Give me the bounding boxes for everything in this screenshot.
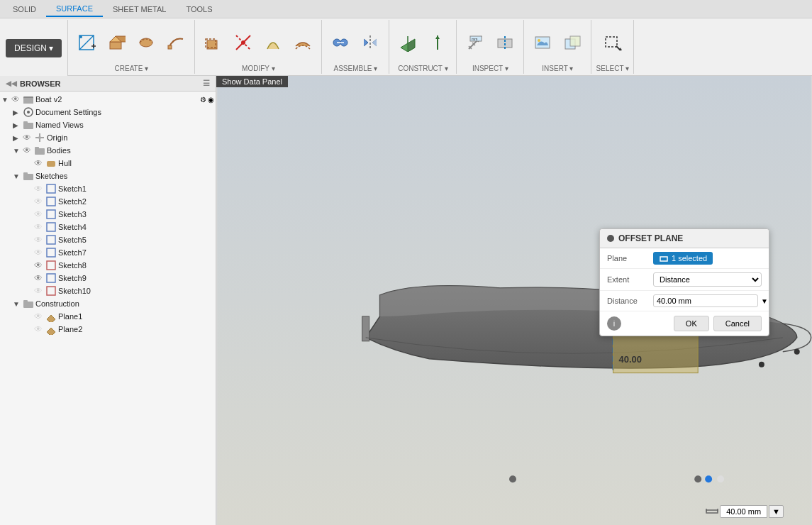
tab-solid[interactable]: SOLID: [3, 2, 46, 16]
tree-item-sketch1[interactable]: ▶👁Sketch1: [0, 182, 216, 195]
extent-control: Distance Symmetric Two Sides: [653, 272, 762, 287]
tree-arrow-named-views[interactable]: ▶: [13, 121, 23, 129]
sketch-icon-5: [45, 234, 57, 245]
svg-rect-47: [35, 148, 45, 155]
tree-item-boat-v2[interactable]: ▼ 👁 Boat v2 ⚙ ◉: [0, 93, 216, 106]
tree-item-sketch8[interactable]: ▶👁Sketch8: [0, 259, 216, 272]
construct-label[interactable]: CONSTRUCT ▾: [398, 63, 447, 72]
tree-arrow-boat-v2[interactable]: ▼: [1, 96, 11, 104]
eye-icon-sketch7[interactable]: 👁: [34, 248, 44, 258]
distance-dropdown-icon[interactable]: ▼: [761, 297, 768, 305]
eye-icon-sketch9[interactable]: 👁: [34, 273, 44, 283]
tree-item-doc-settings[interactable]: ▶ Document Settings: [0, 106, 216, 118]
eye-icon-sketch1[interactable]: 👁: [34, 184, 44, 194]
tree-item-plane2[interactable]: ▶👁Plane2: [0, 323, 216, 336]
tree-arrow-construction[interactable]: ▼: [13, 300, 23, 308]
tab-surface[interactable]: SURFACE: [46, 1, 103, 17]
assemble-label[interactable]: ASSEMBLE ▾: [333, 63, 377, 72]
select-label[interactable]: SELECT ▾: [596, 63, 630, 72]
eye-icon-boat-v2[interactable]: 👁: [11, 94, 21, 104]
show-data-panel-button[interactable]: Show Data Panel: [216, 76, 288, 87]
ribbon-group-inspect: mm INSPECT ▾: [457, 20, 524, 74]
label-named-views: Named Views: [35, 121, 214, 129]
plane-clear-button[interactable]: ✕: [716, 253, 723, 263]
create-label[interactable]: CREATE ▾: [115, 63, 149, 72]
eye-icon-plane2[interactable]: 👁: [34, 324, 44, 334]
tree-item-construction[interactable]: ▼ Construction: [0, 297, 216, 310]
svg-point-2: [79, 35, 82, 38]
tree-item-sketch3[interactable]: ▶👁Sketch3: [0, 208, 216, 221]
distance-input[interactable]: 40.00 mm: [653, 294, 758, 307]
construct-axis-button[interactable]: [423, 31, 452, 54]
offset-plane-dialog: OFFSET PLANE Plane 1 selected ✕ Extent: [599, 228, 769, 336]
eye-watch-icon[interactable]: ◉: [208, 96, 214, 104]
ok-button[interactable]: OK: [674, 316, 709, 331]
insert-canvas-button[interactable]: [528, 31, 557, 54]
browser-menu-icon[interactable]: ☰: [203, 79, 210, 88]
viewport[interactable]: Show Data Panel: [216, 76, 812, 525]
eye-icon-plane1[interactable]: 👁: [34, 311, 44, 321]
modify-offset-button[interactable]: [199, 31, 228, 54]
assemble-joint-button[interactable]: [326, 31, 355, 54]
svg-rect-53: [47, 197, 55, 206]
tree-item-sketch2[interactable]: ▶👁Sketch2: [0, 195, 216, 208]
tree-arrow-sketches[interactable]: ▼: [13, 172, 23, 180]
eye-icon-sketch5[interactable]: 👁: [34, 235, 44, 245]
create-extrude-button[interactable]: [102, 31, 130, 54]
eye-icon-sketch8[interactable]: 👁: [34, 260, 44, 270]
eye-icon-sketch3[interactable]: 👁: [34, 209, 44, 219]
cancel-button[interactable]: Cancel: [713, 316, 762, 331]
eye-icon-sketch4[interactable]: 👁: [34, 222, 44, 232]
tree-item-sketch10[interactable]: ▶👁Sketch10: [0, 284, 216, 297]
tree-item-plane1[interactable]: ▶👁Plane1: [0, 310, 216, 323]
tab-tools[interactable]: TOOLS: [176, 2, 222, 16]
eye-icon-hull[interactable]: 👁: [34, 158, 44, 168]
tree-item-named-views[interactable]: ▶ Named Views: [0, 118, 216, 131]
bottom-dropdown-button[interactable]: ▼: [769, 505, 784, 518]
tree-arrow-bodies[interactable]: ▼: [13, 147, 23, 155]
tab-sheet-metal[interactable]: SHEET METAL: [103, 2, 176, 16]
tree-item-origin[interactable]: ▶ 👁 Origin: [0, 131, 216, 144]
create-revolve-button[interactable]: [132, 31, 160, 54]
modify-thicken-button[interactable]: [289, 31, 317, 54]
eye-icon-origin[interactable]: 👁: [23, 133, 33, 143]
inspect-measure-button[interactable]: mm: [461, 31, 489, 54]
settings-icon-boat-v2[interactable]: ⚙: [200, 96, 206, 104]
insert-label[interactable]: INSERT ▾: [542, 63, 573, 72]
create-sketch-button[interactable]: [72, 31, 101, 54]
create-sweep-button[interactable]: [162, 31, 190, 54]
design-button[interactable]: DESIGN ▾: [6, 39, 62, 57]
insert-decal-button[interactable]: [558, 31, 586, 54]
tree-item-sketches[interactable]: ▼ Sketches: [0, 170, 216, 182]
tree-item-hull[interactable]: ▶ 👁 Hull: [0, 157, 216, 170]
tree-item-sketch9[interactable]: ▶👁Sketch9: [0, 272, 216, 284]
extent-select[interactable]: Distance Symmetric Two Sides: [653, 272, 762, 287]
eye-icon-sketch10[interactable]: 👁: [34, 286, 44, 296]
modify-label[interactable]: MODIFY ▾: [242, 63, 274, 72]
insert-decal-icon: [563, 33, 582, 52]
assemble-mirror-button[interactable]: [356, 31, 384, 54]
tree-arrow-doc-settings[interactable]: ▶: [13, 109, 23, 116]
tree-item-sketch4[interactable]: ▶👁Sketch4: [0, 221, 216, 233]
eye-icon-bodies[interactable]: 👁: [23, 145, 33, 155]
plane-selected-text: 1 selected: [672, 254, 707, 262]
construct-plane-button[interactable]: [394, 31, 422, 54]
info-button[interactable]: i: [607, 316, 621, 331]
svg-marker-64: [47, 328, 55, 335]
modify-trim-button[interactable]: [229, 31, 257, 54]
svg-rect-60: [47, 287, 55, 295]
tree-arrow-origin[interactable]: ▶: [13, 134, 23, 142]
svg-rect-62: [23, 300, 28, 302]
svg-rect-50: [23, 174, 33, 180]
dialog-row-plane: Plane 1 selected ✕: [600, 248, 769, 269]
inspect-label[interactable]: INSPECT ▾: [472, 63, 508, 72]
browser-collapse-arrow[interactable]: ◀◀: [6, 79, 17, 87]
construct-plane-icon: [399, 33, 417, 52]
eye-icon-sketch2[interactable]: 👁: [34, 197, 44, 206]
tree-item-sketch5[interactable]: ▶👁Sketch5: [0, 233, 216, 246]
tree-item-sketch7[interactable]: ▶👁Sketch7: [0, 246, 216, 259]
modify-untrim-button[interactable]: [259, 31, 287, 54]
select-window-button[interactable]: [599, 31, 627, 54]
tree-item-bodies[interactable]: ▼ 👁 Bodies: [0, 144, 216, 157]
inspect-section-button[interactable]: [491, 31, 519, 54]
